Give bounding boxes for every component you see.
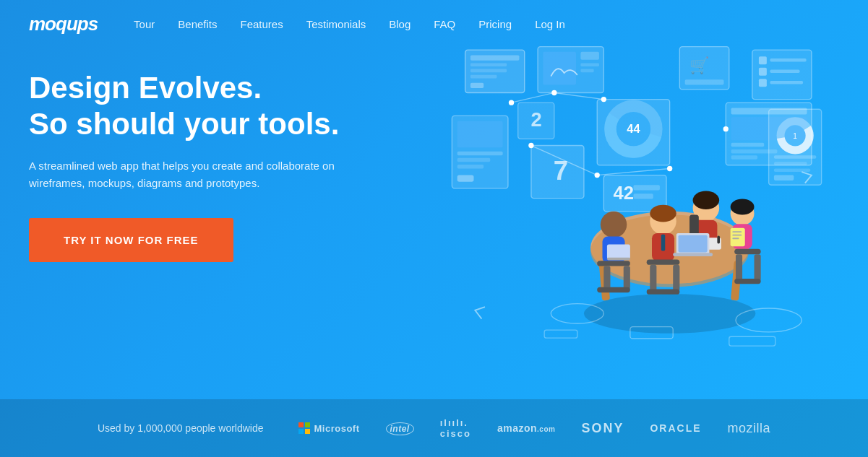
- nav-pricing[interactable]: Pricing: [478, 18, 512, 30]
- nav-features[interactable]: Features: [241, 18, 283, 30]
- svg-rect-99: [650, 265, 656, 292]
- microsoft-text: Microsoft: [314, 423, 360, 434]
- nav-benefits[interactable]: Benefits: [178, 18, 217, 30]
- ms-cell-1: [298, 422, 304, 427]
- svg-rect-73: [624, 266, 630, 290]
- amazon-text: amazon.com: [497, 422, 555, 434]
- mozilla-logo: mozilla: [728, 421, 771, 436]
- intel-logo: intel: [386, 423, 414, 434]
- hero-title: Design Evolves. So should your tools.: [29, 70, 839, 143]
- nav-tour[interactable]: Tour: [134, 18, 155, 30]
- intel-text: intel: [386, 422, 414, 435]
- hero-title-line2: So should your tools.: [29, 107, 339, 141]
- navbar: moqups Tour Benefits Features Testimonia…: [0, 0, 868, 48]
- cisco-text: ılıılı.cisco: [440, 417, 471, 439]
- hero-subtitle: A streamlined web app that helps you cre…: [29, 157, 340, 192]
- ms-cell-2: [305, 422, 310, 427]
- mozilla-text: mozilla: [728, 421, 771, 435]
- nav-blog[interactable]: Blog: [389, 18, 411, 30]
- ms-icon: [298, 422, 310, 434]
- nav-login[interactable]: Log In: [535, 18, 565, 30]
- ms-cell-3: [298, 429, 304, 434]
- brand-logos: Microsoft intel ılıılı.cisco amazon.com …: [298, 417, 771, 439]
- oracle-text: ORACLE: [650, 422, 701, 434]
- nav-links: Tour Benefits Features Testimonials Blog…: [134, 18, 565, 31]
- footer-bar: Used by 1,000,000 people worldwide Micro…: [0, 399, 868, 457]
- cisco-logo: ılıılı.cisco: [440, 417, 471, 439]
- svg-rect-100: [673, 265, 679, 292]
- nav-testimonials[interactable]: Testimonials: [306, 18, 366, 30]
- nav-faq[interactable]: FAQ: [434, 18, 455, 30]
- social-proof-text: Used by 1,000,000 people worldwide: [98, 422, 264, 434]
- svg-rect-101: [647, 290, 680, 295]
- logo[interactable]: moqups: [29, 13, 98, 35]
- sony-logo: SONY: [581, 421, 624, 436]
- sony-text: SONY: [581, 421, 624, 435]
- amazon-logo: amazon.com: [497, 422, 555, 434]
- svg-rect-72: [603, 266, 610, 290]
- oracle-logo: ORACLE: [650, 422, 701, 434]
- svg-rect-109: [729, 336, 775, 346]
- page-wrapper: moqups Tour Benefits Features Testimonia…: [0, 0, 868, 457]
- hero-title-line1: Design Evolves.: [29, 71, 262, 105]
- svg-rect-93: [734, 279, 761, 284]
- ms-cell-4: [305, 429, 310, 434]
- svg-rect-74: [597, 287, 630, 292]
- hero-section: Design Evolves. So should your tools. A …: [0, 48, 868, 262]
- cta-button[interactable]: TRY IT NOW FOR FREE: [29, 218, 233, 262]
- svg-point-66: [584, 294, 755, 334]
- svg-rect-108: [544, 330, 577, 338]
- microsoft-logo: Microsoft: [298, 422, 360, 434]
